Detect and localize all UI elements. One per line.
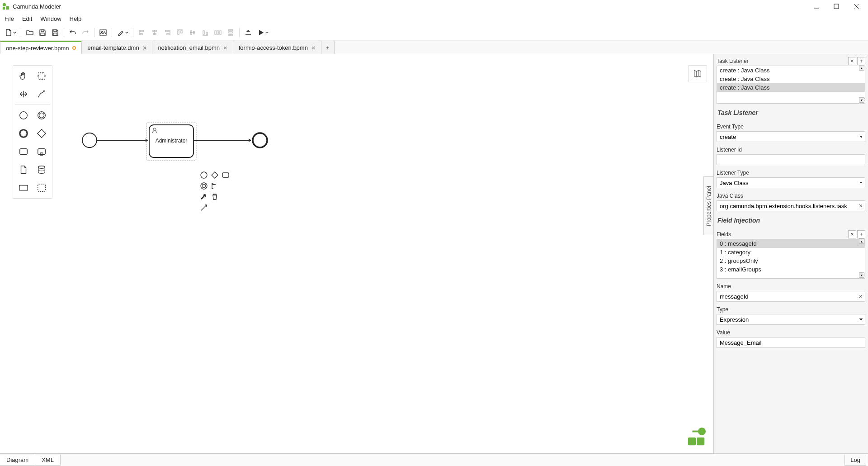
close-icon[interactable]: × xyxy=(223,44,227,52)
tab-formio-access-token[interactable]: formio-access-token.bpmn × xyxy=(233,41,321,54)
align-left-button[interactable] xyxy=(136,27,148,38)
svg-rect-30 xyxy=(206,32,208,34)
list-item[interactable]: 1 : category xyxy=(717,248,865,257)
start-event-node[interactable] xyxy=(82,133,97,147)
append-start-event-icon[interactable] xyxy=(199,170,209,180)
diagram-tab[interactable]: Diagram xyxy=(0,455,35,466)
java-class-input[interactable] xyxy=(717,200,865,211)
undo-button[interactable] xyxy=(67,27,79,38)
listener-type-label: Listener Type xyxy=(717,170,865,176)
align-middle-button[interactable] xyxy=(187,27,198,38)
align-top-button[interactable] xyxy=(174,27,186,38)
group-icon[interactable] xyxy=(33,179,50,196)
hand-tool-icon[interactable] xyxy=(15,67,32,85)
svg-rect-8 xyxy=(41,33,44,35)
list-item[interactable]: 2 : groupsOnly xyxy=(717,257,865,265)
list-item[interactable]: create : Java Class xyxy=(717,83,865,92)
list-item[interactable]: create : Java Class xyxy=(717,66,865,75)
connect-tool-icon[interactable] xyxy=(33,86,50,103)
image-button[interactable] xyxy=(97,27,109,38)
distribute-vertical-button[interactable] xyxy=(225,27,236,38)
run-button[interactable] xyxy=(255,27,270,38)
properties-panel-label: Properties Panel xyxy=(706,186,712,226)
trash-icon[interactable] xyxy=(210,192,220,202)
remove-listener-button[interactable]: × xyxy=(848,57,856,65)
data-store-icon[interactable] xyxy=(33,161,50,178)
add-listener-button[interactable]: + xyxy=(857,57,865,65)
pool-icon[interactable] xyxy=(15,179,32,196)
xml-tab[interactable]: XML xyxy=(35,455,61,466)
properties-panel-toggle[interactable]: Properties Panel xyxy=(703,176,713,235)
log-button[interactable]: Log xyxy=(844,455,866,466)
task-listener-list[interactable]: create : Java Class create : Java Class … xyxy=(717,66,865,104)
task-icon[interactable] xyxy=(15,143,32,160)
menu-window[interactable]: Window xyxy=(39,14,62,23)
new-file-button[interactable] xyxy=(3,27,18,38)
tab-notification-email[interactable]: notification_email.bpmn × xyxy=(152,41,233,54)
wrench-icon[interactable] xyxy=(199,192,209,202)
list-item[interactable]: create : Java Class xyxy=(717,75,865,83)
subprocess-icon[interactable] xyxy=(33,143,50,160)
deploy-button[interactable] xyxy=(242,27,254,38)
align-bottom-button[interactable] xyxy=(199,27,211,38)
scroll-down-button[interactable]: ▼ xyxy=(859,97,864,103)
change-type-icon[interactable] xyxy=(221,181,231,191)
svg-rect-14 xyxy=(140,30,144,32)
remove-field-button[interactable]: × xyxy=(848,230,856,238)
data-object-icon[interactable] xyxy=(15,161,32,178)
clear-icon[interactable]: × xyxy=(859,293,863,300)
redo-button[interactable] xyxy=(80,27,91,38)
name-input[interactable] xyxy=(717,291,865,302)
save-button[interactable] xyxy=(37,27,48,38)
annotation-icon[interactable] xyxy=(210,181,220,191)
start-event-icon[interactable] xyxy=(15,107,32,124)
clear-icon[interactable]: × xyxy=(859,202,863,209)
save-as-button[interactable] xyxy=(49,27,61,38)
listener-type-select[interactable]: Java Class xyxy=(717,177,865,188)
event-type-select[interactable]: create xyxy=(717,131,865,142)
value-input[interactable] xyxy=(717,337,865,348)
minimap-toggle-button[interactable] xyxy=(688,65,707,82)
window-minimize-button[interactable] xyxy=(807,0,826,12)
add-tab-button[interactable]: + xyxy=(321,41,335,54)
scroll-down-button[interactable]: ▼ xyxy=(859,272,864,278)
distribute-horizontal-button[interactable] xyxy=(212,27,224,38)
list-item[interactable]: 3 : emailGroups xyxy=(717,265,865,274)
tab-email-template[interactable]: email-template.dmn × xyxy=(81,41,152,54)
scroll-up-button[interactable]: ▲ xyxy=(859,65,864,71)
align-center-button[interactable] xyxy=(149,27,160,38)
fields-list[interactable]: 0 : messageId 1 : category 2 : groupsOnl… xyxy=(717,239,865,279)
tab-one-step-reviewer[interactable]: one-step-reviewer.bpmn xyxy=(0,41,82,54)
close-icon[interactable]: × xyxy=(143,44,147,52)
intermediate-event-icon[interactable] xyxy=(33,107,50,124)
space-tool-icon[interactable] xyxy=(15,86,32,103)
lasso-tool-icon[interactable] xyxy=(33,67,50,85)
gateway-icon[interactable] xyxy=(33,125,50,142)
append-task-icon[interactable] xyxy=(221,170,231,180)
list-item[interactable]: 0 : messageId xyxy=(717,239,865,248)
connect-icon[interactable] xyxy=(199,203,209,213)
open-file-button[interactable] xyxy=(24,27,36,38)
menu-help[interactable]: Help xyxy=(69,14,83,23)
canvas[interactable]: Administrator Properties Panel xyxy=(0,54,713,453)
listener-id-input[interactable] xyxy=(717,154,865,165)
end-event-icon[interactable] xyxy=(15,125,32,142)
menu-edit[interactable]: Edit xyxy=(21,14,33,23)
window-maximize-button[interactable] xyxy=(826,0,846,12)
menu-file[interactable]: File xyxy=(4,14,15,23)
end-event-node[interactable] xyxy=(253,133,267,147)
type-select[interactable]: Expression xyxy=(717,314,865,325)
resize-handle[interactable] xyxy=(717,274,865,278)
scroll-up-button[interactable]: ▲ xyxy=(859,238,864,244)
titlebar: Camunda Modeler xyxy=(0,0,868,13)
menubar: File Edit Window Help xyxy=(0,13,868,25)
align-right-button[interactable] xyxy=(161,27,173,38)
svg-rect-24 xyxy=(181,31,182,33)
append-intermediate-event-icon[interactable] xyxy=(199,181,209,191)
svg-rect-43 xyxy=(38,149,46,155)
add-field-button[interactable]: + xyxy=(857,230,865,238)
window-close-button[interactable] xyxy=(846,0,866,12)
append-gateway-icon[interactable] xyxy=(210,170,220,180)
color-button[interactable] xyxy=(115,27,130,38)
close-icon[interactable]: × xyxy=(311,44,316,52)
